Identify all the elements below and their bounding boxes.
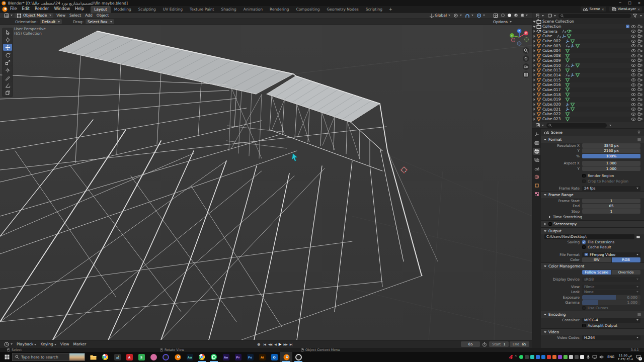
panel-menu-icon[interactable] [637, 312, 641, 316]
tray-app-3[interactable] [541, 355, 545, 359]
checkbox[interactable] [582, 245, 586, 249]
segment-override[interactable]: Override [612, 270, 641, 275]
mode-selector[interactable]: Object Mode [15, 13, 53, 18]
zoom-icon[interactable] [523, 47, 529, 54]
unlink-scene-icon[interactable]: ✕ [602, 8, 604, 11]
properties-tab-view-layer[interactable] [533, 156, 540, 163]
taskbar-search-input[interactable]: Type here to search [12, 353, 85, 361]
outliner-row-cube-008[interactable]: Cube.008 [532, 53, 644, 58]
properties-tab-world[interactable] [533, 173, 540, 180]
taskbar-app-green-app[interactable]: S [135, 352, 147, 362]
tray-app-5[interactable] [552, 355, 556, 359]
shading-wireframe-button[interactable] [500, 14, 506, 17]
action-center-icon[interactable]: ٣ [635, 353, 642, 360]
timeline-menu-marker[interactable]: Marker [71, 342, 88, 346]
frame-end-field[interactable]: End65 [510, 341, 529, 347]
taskbar-app-outlook[interactable]: O [268, 352, 280, 362]
segment-bw[interactable]: BW [582, 257, 611, 262]
taskbar-app-whatsapp[interactable] [208, 352, 220, 362]
shading-solid-button[interactable] [507, 14, 512, 17]
outliner-funnel-dropdown[interactable] [640, 15, 642, 17]
taskbar-app-autocad[interactable]: A [123, 352, 135, 362]
panel-menu-icon[interactable] [637, 138, 641, 142]
taskbar-app-illustrator[interactable]: Ai [256, 352, 268, 362]
workspace-tab-modeling[interactable]: Modeling [111, 6, 135, 13]
outliner-row-cube-017[interactable]: Cube.017 [532, 87, 644, 93]
outliner-row-cube-019[interactable]: Cube.019 [532, 97, 644, 102]
proportional-editing-dropdown[interactable] [475, 13, 486, 18]
menu-window[interactable]: Window [51, 6, 72, 12]
viewport-3d-scene[interactable] [0, 25, 532, 340]
display-icon[interactable] [592, 355, 597, 359]
section-header-encoding[interactable]: Encoding [541, 311, 644, 318]
dropdown-field[interactable]: H.264 [582, 335, 640, 340]
segment-rgb[interactable]: RGB [612, 257, 641, 262]
outliner-row-cube-010[interactable]: Cube.010 [532, 63, 644, 68]
show-gizmo-toggle[interactable] [492, 13, 499, 18]
properties-search-input[interactable] [546, 123, 607, 128]
outliner-row-cube-014[interactable]: Cube.014 [532, 73, 644, 78]
section-header-output[interactable]: Output [541, 228, 644, 234]
outliner-row-cube-003[interactable]: Cube.003 [532, 43, 644, 48]
properties-tab-render[interactable] [533, 139, 540, 146]
outliner-row-cube[interactable]: Cube [532, 34, 644, 39]
timeline-menu-keying[interactable]: Keying [38, 342, 58, 346]
orientation-dropdown[interactable]: Default [40, 19, 62, 24]
outliner-row-cube-015[interactable]: Cube.015 [532, 77, 644, 82]
timeline-editor-dropdown[interactable] [3, 342, 14, 347]
prev-keyframe-button[interactable]: ◀◀ [267, 342, 273, 346]
add-workspace-button[interactable]: + [386, 6, 395, 13]
outliner-row-scene-collection[interactable]: Scene Collection [532, 19, 644, 24]
menu-render[interactable]: Render [32, 6, 51, 12]
tray-app-1[interactable] [525, 355, 529, 359]
tool-rotate-button[interactable] [3, 51, 12, 58]
properties-tab-scene[interactable] [533, 165, 540, 172]
dropdown-field[interactable]: 24 fps [582, 186, 640, 191]
properties-options-dropdown[interactable] [609, 125, 611, 126]
properties-tab-object[interactable] [533, 182, 540, 189]
workspace-tab-compositing[interactable]: Compositing [292, 6, 323, 13]
checkbox[interactable] [582, 306, 586, 310]
dropdown-field[interactable]: Filmic [582, 285, 640, 290]
next-keyframe-button[interactable]: ▶▶ [282, 342, 288, 346]
pan-hand-icon[interactable] [523, 55, 529, 62]
taskbar-clock[interactable]: 11:50 ص ٢٠٢٣/٠٣/٠٨ [618, 353, 633, 360]
properties-tab-output[interactable] [533, 148, 540, 155]
jump-to-start-button[interactable]: |◀ [262, 342, 267, 346]
laliga-icon[interactable]: 4 [509, 354, 513, 360]
tray-app-2[interactable] [530, 355, 534, 359]
taskbar-app-pink-app[interactable] [147, 352, 159, 362]
auto-keying-toggle[interactable]: ● [256, 342, 261, 346]
workspace-tab-shading[interactable]: Shading [217, 6, 239, 13]
section-header-color-management[interactable]: Color Management [541, 263, 644, 269]
value-field[interactable]: 2160 px [582, 148, 640, 153]
close-button[interactable]: × [634, 0, 644, 6]
checkbox[interactable] [582, 179, 586, 183]
value-field[interactable]: 1.000 [582, 166, 640, 171]
section-header-video[interactable]: Video [541, 329, 644, 335]
tray-app-8[interactable] [569, 355, 573, 359]
menu-help[interactable]: Help [72, 6, 87, 12]
taskbar-app-after-effects[interactable]: Ae [220, 352, 232, 362]
taskbar-app-obs[interactable] [292, 352, 304, 362]
viewport-menu-view[interactable]: View [54, 13, 67, 18]
jump-to-end-button[interactable]: ▶| [288, 342, 293, 346]
value-field[interactable]: 3840 px [582, 143, 640, 148]
maximize-button[interactable]: □ [625, 0, 634, 6]
value-field[interactable]: 65 [582, 204, 640, 209]
start-button[interactable] [2, 352, 12, 362]
outliner-row-collection[interactable]: Collection✓ [532, 24, 644, 29]
outliner-row-cube-023[interactable]: Cube.023 [532, 117, 644, 122]
workspace-tab-texture-paint[interactable]: Texture Paint [186, 6, 217, 13]
dropdown-field[interactable]: sRGB [582, 277, 640, 282]
taskbar-app-premiere[interactable]: Pr [232, 352, 244, 362]
value-field[interactable]: 1 [582, 209, 640, 214]
outliner-row-cube-016[interactable]: Cube.016 [532, 82, 644, 87]
workspace-tab-geometry-nodes[interactable]: Geometry Nodes [323, 6, 362, 13]
viewport-3d[interactable]: Object Mode ViewSelectAddObject Global O… [0, 13, 532, 340]
frame-start-field[interactable]: Start1 [489, 341, 509, 347]
section-header-frame-range[interactable]: Frame Range [541, 192, 644, 198]
volume-icon[interactable] [599, 355, 604, 359]
tool-select-box-button[interactable] [3, 29, 12, 36]
tray-app-7[interactable] [564, 355, 568, 359]
